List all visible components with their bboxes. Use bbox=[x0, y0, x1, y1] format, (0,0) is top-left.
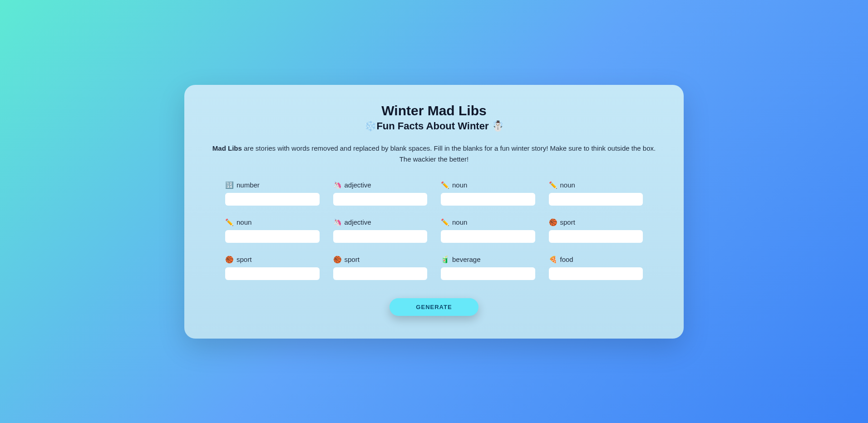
field-label-text: sport bbox=[237, 256, 252, 263]
field-label: ✏️ noun bbox=[549, 181, 643, 189]
noun-input[interactable] bbox=[225, 230, 320, 243]
field-label-text: sport bbox=[345, 256, 360, 263]
field-label: ✏️ noun bbox=[441, 181, 535, 189]
description-bold: Mad Libs bbox=[212, 144, 242, 152]
field-label-text: adjective bbox=[345, 181, 371, 189]
field-label: 🧃 beverage bbox=[441, 256, 535, 264]
pizza-icon: 🍕 bbox=[549, 256, 557, 264]
basketball-icon: 🏀 bbox=[225, 256, 234, 264]
description-text: are stories with words removed and repla… bbox=[242, 144, 656, 163]
field-label: 🏀 sport bbox=[225, 256, 320, 264]
field-beverage: 🧃 beverage bbox=[441, 256, 535, 280]
field-adjective: 🦄 adjective bbox=[333, 181, 428, 206]
description: Mad Libs are stories with words removed … bbox=[207, 143, 661, 165]
field-food: 🍕 food bbox=[549, 256, 643, 280]
field-label: ✏️ noun bbox=[441, 218, 535, 226]
field-label-text: sport bbox=[560, 218, 575, 226]
mad-libs-card: Winter Mad Libs ❄️Fun Facts About Winter… bbox=[184, 85, 684, 339]
basketball-icon: 🏀 bbox=[549, 218, 557, 226]
pencil-icon: ✏️ bbox=[441, 218, 449, 226]
field-label-text: food bbox=[560, 256, 573, 263]
adjective-input[interactable] bbox=[333, 193, 428, 206]
field-label-text: beverage bbox=[452, 256, 481, 263]
form-grid: 🔢 number 🦄 adjective ✏️ noun ✏️ no bbox=[207, 181, 661, 280]
field-label: 🏀 sport bbox=[333, 256, 428, 264]
field-noun: ✏️ noun bbox=[441, 218, 535, 243]
field-label-text: noun bbox=[452, 218, 467, 226]
noun-input[interactable] bbox=[441, 193, 535, 206]
field-label-text: noun bbox=[560, 181, 575, 189]
field-noun: ✏️ noun bbox=[549, 181, 643, 206]
field-label: ✏️ noun bbox=[225, 218, 320, 226]
field-label: 🦄 adjective bbox=[333, 218, 428, 226]
food-input[interactable] bbox=[549, 267, 643, 280]
button-container: GENERATE bbox=[207, 298, 661, 316]
field-number: 🔢 number bbox=[225, 181, 320, 206]
noun-input[interactable] bbox=[549, 193, 643, 206]
number-icon: 🔢 bbox=[225, 181, 234, 189]
field-sport: 🏀 sport bbox=[225, 256, 320, 280]
field-label-text: noun bbox=[237, 218, 252, 226]
sport-input[interactable] bbox=[549, 230, 643, 243]
generate-button[interactable]: GENERATE bbox=[390, 298, 478, 316]
field-label-text: number bbox=[237, 181, 260, 189]
field-label: 🔢 number bbox=[225, 181, 320, 189]
page-title: Winter Mad Libs bbox=[207, 103, 661, 118]
field-label: 🦄 adjective bbox=[333, 181, 428, 189]
pencil-icon: ✏️ bbox=[225, 218, 234, 226]
field-label: 🏀 sport bbox=[549, 218, 643, 226]
sport-input[interactable] bbox=[225, 267, 320, 280]
beverage-icon: 🧃 bbox=[441, 256, 449, 264]
unicorn-icon: 🦄 bbox=[333, 218, 342, 226]
field-noun: ✏️ noun bbox=[441, 181, 535, 206]
sport-input[interactable] bbox=[333, 267, 428, 280]
field-adjective: 🦄 adjective bbox=[333, 218, 428, 243]
field-noun: ✏️ noun bbox=[225, 218, 320, 243]
number-input[interactable] bbox=[225, 193, 320, 206]
unicorn-icon: 🦄 bbox=[333, 181, 342, 189]
page-subtitle: ❄️Fun Facts About Winter ☃️ bbox=[207, 120, 661, 132]
field-sport: 🏀 sport bbox=[549, 218, 643, 243]
pencil-icon: ✏️ bbox=[549, 181, 557, 189]
field-label-text: adjective bbox=[345, 218, 371, 226]
pencil-icon: ✏️ bbox=[441, 181, 449, 189]
field-sport: 🏀 sport bbox=[333, 256, 428, 280]
field-label: 🍕 food bbox=[549, 256, 643, 264]
basketball-icon: 🏀 bbox=[333, 256, 342, 264]
adjective-input[interactable] bbox=[333, 230, 428, 243]
field-label-text: noun bbox=[452, 181, 467, 189]
noun-input[interactable] bbox=[441, 230, 535, 243]
beverage-input[interactable] bbox=[441, 267, 535, 280]
